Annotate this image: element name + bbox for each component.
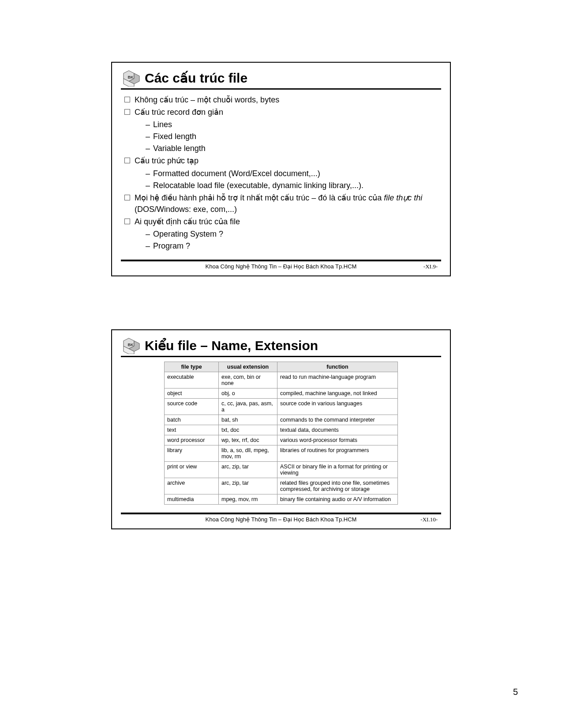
bullet-text-pre: Mọi hệ điều hành phải hỗ trợ ít nhất một… — [135, 193, 384, 202]
bullet-text-post: (DOS/Windows: exe, com,...) — [135, 205, 237, 214]
table-header: usual extension — [219, 362, 277, 372]
table-cell: various word-processor formats — [277, 435, 398, 445]
sub-bullet: – Variable length — [146, 143, 441, 154]
table-row: print or viewarc, zip, tarASCII or binar… — [165, 462, 398, 478]
svg-text:BK: BK — [128, 343, 134, 347]
table-cell: executable — [165, 372, 219, 389]
table-cell: print or view — [165, 462, 219, 478]
table-cell: library — [165, 445, 219, 462]
slide-2: BK Kiểu file – Name, Extension file type… — [111, 329, 451, 529]
table-header: function — [277, 362, 398, 372]
table-cell: wp, tex, rrf, doc — [219, 435, 277, 445]
table-row: word processorwp, tex, rrf, docvarious w… — [165, 435, 398, 445]
file-types-table: file type usual extension function execu… — [164, 362, 398, 505]
sub-bullet: – Fixed length — [146, 131, 441, 142]
square-bullet-icon — [124, 219, 130, 224]
table-row: archivearc, zip, tarrelated files groupe… — [165, 478, 398, 494]
table-cell: ASCII or binary file in a format for pri… — [277, 462, 398, 478]
sub-bullet-text: Program ? — [153, 241, 190, 250]
bk-logo-icon: BK — [121, 336, 140, 354]
table-cell: archive — [165, 478, 219, 494]
bullet-item: Cấu trúc record đơn giản — [124, 106, 441, 118]
footer-page-ref: -XI.10- — [407, 516, 438, 523]
slide-2-title: Kiểu file – Name, Extension — [145, 338, 318, 353]
table-cell: commands to the command interpreter — [277, 415, 398, 425]
table-cell: multimedia — [165, 494, 219, 505]
sub-bullet-text: Operating System ? — [153, 230, 223, 238]
table-cell: obj, o — [219, 389, 277, 399]
bullet-item: Cấu trúc phức tạp — [124, 155, 441, 166]
table-cell: word processor — [165, 435, 219, 445]
square-bullet-icon — [124, 97, 130, 102]
bullet-text: Mọi hệ điều hành phải hỗ trợ ít nhất một… — [135, 192, 441, 215]
bullet-text: Cấu trúc phức tạp — [135, 155, 199, 166]
table-header: file type — [165, 362, 219, 372]
table-cell: c, cc, java, pas, asm, a — [219, 399, 277, 415]
table-header-row: file type usual extension function — [165, 362, 398, 372]
bullet-text-italic: file thực thi — [384, 193, 422, 202]
table-cell: compiled, machine language, not linked — [277, 389, 398, 399]
sub-bullet: – Lines — [146, 119, 441, 130]
table-cell: read to run machine-language program — [277, 372, 398, 389]
page-number: 5 — [513, 687, 518, 697]
table-cell: exe, com, bin or none — [219, 372, 277, 389]
sub-bullet: – Formatted document (Word/Excel documen… — [146, 168, 441, 179]
table-cell: source code in various languages — [277, 399, 398, 415]
bk-logo-icon: BK — [121, 69, 140, 87]
table-row: librarylib, a, so, dll, mpeg, mov, rmlib… — [165, 445, 398, 462]
table-row: texttxt, doctextual data, documents — [165, 425, 398, 435]
sub-bullet-text: Relocatable load file (executable, dynam… — [153, 181, 363, 190]
table-row: multimediampeg, mov, rmbinary file conta… — [165, 494, 398, 505]
bullet-item: Ai quyết định cấu trúc của file — [124, 216, 441, 227]
sub-bullet: – Operating System ? — [146, 228, 441, 240]
slide-1-title-row: BK Các cấu trúc file — [121, 69, 441, 90]
bullet-text: Không cấu trúc – một chuỗi words, bytes — [135, 94, 279, 106]
table-cell: object — [165, 389, 219, 399]
bullet-text: Cấu trúc record đơn giản — [135, 106, 223, 118]
square-bullet-icon — [124, 158, 130, 163]
table-cell: txt, doc — [219, 425, 277, 435]
slide-1-footer: Khoa Công Nghệ Thông Tin – Đại Học Bách … — [121, 260, 441, 272]
svg-text:BK: BK — [128, 75, 134, 79]
sub-bullet-text: Formatted document (Word/Excel document,… — [153, 169, 320, 178]
sub-bullet: – Relocatable load file (executable, dyn… — [146, 180, 441, 191]
slide-1-title: Các cấu trúc file — [145, 70, 247, 86]
table-row: executableexe, com, bin or noneread to r… — [165, 372, 398, 389]
table-cell: arc, zip, tar — [219, 478, 277, 494]
table-cell: textual data, documents — [277, 425, 398, 435]
sub-bullet-text: Fixed length — [153, 132, 196, 141]
footer-page-ref: -XI.9- — [407, 263, 438, 270]
sub-bullet-text: Lines — [153, 120, 172, 129]
slide-1: BK Các cấu trúc file Không cấu trúc – mộ… — [111, 62, 451, 276]
table-cell: related files grouped into one file, som… — [277, 478, 398, 494]
square-bullet-icon — [124, 109, 130, 115]
table-cell: text — [165, 425, 219, 435]
footer-center-text: Khoa Công Nghệ Thông Tin – Đại Học Bách … — [155, 516, 407, 523]
bullet-item: Không cấu trúc – một chuỗi words, bytes — [124, 94, 441, 106]
slide-2-footer: Khoa Công Nghệ Thông Tin – Đại Học Bách … — [121, 513, 441, 525]
table-cell: source code — [165, 399, 219, 415]
bullet-item: Mọi hệ điều hành phải hỗ trợ ít nhất một… — [124, 192, 441, 215]
footer-center-text: Khoa Công Nghệ Thông Tin – Đại Học Bách … — [155, 263, 407, 270]
table-cell: libraries of routines for programmers — [277, 445, 398, 462]
table-cell: lib, a, so, dll, mpeg, mov, rm — [219, 445, 277, 462]
table-cell: mpeg, mov, rm — [219, 494, 277, 505]
table-row: objectobj, ocompiled, machine language, … — [165, 389, 398, 399]
sub-bullet-text: Variable length — [153, 144, 206, 153]
table-row: source codec, cc, java, pas, asm, asourc… — [165, 399, 398, 415]
bullet-text: Ai quyết định cấu trúc của file — [135, 216, 240, 227]
table-cell: binary file containing audio or A/V info… — [277, 494, 398, 505]
table-cell: batch — [165, 415, 219, 425]
square-bullet-icon — [124, 195, 130, 200]
table-cell: arc, zip, tar — [219, 462, 277, 478]
table-row: batchbat, shcommands to the command inte… — [165, 415, 398, 425]
slide-1-content: Không cấu trúc – một chuỗi words, bytes … — [121, 94, 441, 252]
slide-2-title-row: BK Kiểu file – Name, Extension — [121, 336, 441, 357]
sub-bullet: – Program ? — [146, 240, 441, 252]
table-cell: bat, sh — [219, 415, 277, 425]
